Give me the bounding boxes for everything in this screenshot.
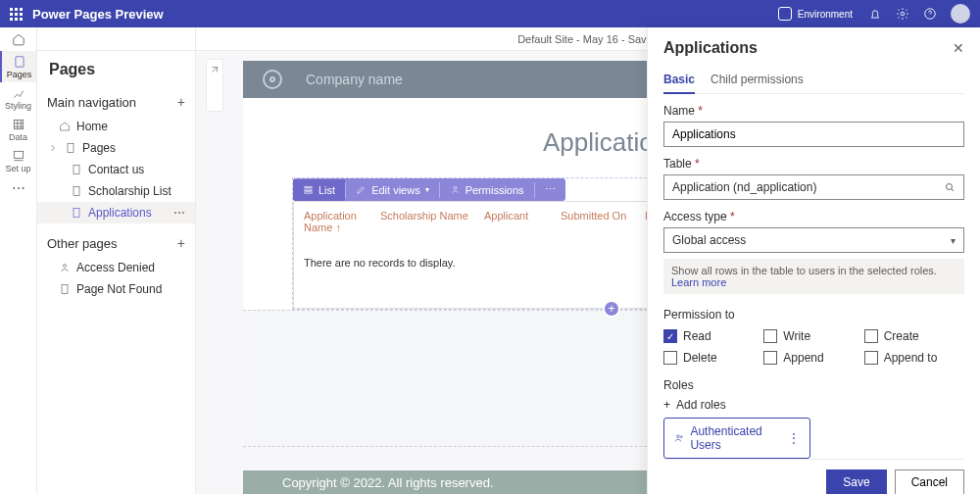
svg-rect-11 <box>305 186 312 187</box>
tree-home[interactable]: Home <box>37 116 195 137</box>
tb-edit-views[interactable]: Edit views▾ <box>346 179 439 201</box>
chevron-down-icon: ▾ <box>951 235 956 246</box>
cancel-button[interactable]: Cancel <box>895 469 964 494</box>
col-app-name[interactable]: Application Name ↑ <box>304 210 365 233</box>
svg-rect-7 <box>74 187 79 196</box>
perm-read[interactable]: ✓Read <box>663 329 763 343</box>
pages-sidebar: Pages Main navigation+ Home Pages Contac… <box>37 27 196 494</box>
col-applicant[interactable]: Applicant <box>484 210 545 233</box>
svg-rect-2 <box>15 56 23 67</box>
permission-to-label: Permission to <box>663 308 964 321</box>
sidebar-title: Pages <box>37 51 195 88</box>
panel-title: Applications <box>663 39 758 57</box>
permission-checks: ✓Read Write Create Delete Append Append … <box>663 329 964 365</box>
top-bar: Power Pages Preview Environment <box>0 0 980 27</box>
tb-list[interactable]: List <box>293 179 345 201</box>
svg-rect-8 <box>74 209 79 218</box>
save-button[interactable]: Save <box>826 469 886 494</box>
col-submitted[interactable]: Submitted On <box>561 210 629 233</box>
site-brand: Company name <box>306 72 403 87</box>
name-label: Name <box>663 104 964 118</box>
tree-contact[interactable]: Contact us <box>37 159 195 180</box>
rail-styling[interactable]: Styling <box>0 82 36 114</box>
tab-basic[interactable]: Basic <box>663 67 695 94</box>
gear-icon[interactable] <box>896 7 909 21</box>
svg-point-14 <box>454 186 457 189</box>
permissions-panel: Applications ✕ Basic Child permissions N… <box>647 27 980 494</box>
help-icon[interactable] <box>923 7 937 21</box>
other-pages-section: Other pages+ <box>37 229 195 257</box>
perm-create[interactable]: Create <box>864 329 964 343</box>
role-more-icon[interactable]: ⋮ <box>788 431 800 445</box>
add-page-icon[interactable]: + <box>177 94 185 110</box>
svg-point-15 <box>947 184 953 190</box>
main-nav-section: Main navigation+ <box>37 88 195 116</box>
add-other-page-icon[interactable]: + <box>177 235 185 251</box>
col-scholarship[interactable]: Scholarship Name <box>380 210 468 233</box>
svg-rect-10 <box>62 285 68 294</box>
more-icon[interactable]: ⋯ <box>173 206 185 220</box>
access-hint: Show all rows in the table to users in t… <box>663 259 964 294</box>
close-icon[interactable]: ✕ <box>953 40 964 56</box>
rail-setup[interactable]: Set up <box>0 145 36 176</box>
avatar[interactable] <box>951 4 970 24</box>
svg-rect-6 <box>74 166 79 174</box>
left-rail: Pages Styling Data Set up ⋯ <box>0 27 37 494</box>
site-logo-icon <box>263 70 282 89</box>
tree-scholarship[interactable]: Scholarship List <box>37 180 195 202</box>
canvas-tools[interactable] <box>206 59 223 112</box>
svg-point-16 <box>677 435 680 438</box>
rail-data[interactable]: Data <box>0 114 36 145</box>
people-icon <box>674 432 684 444</box>
svg-rect-12 <box>305 189 312 190</box>
notifications-icon[interactable] <box>868 7 882 21</box>
svg-rect-5 <box>68 144 74 153</box>
svg-point-17 <box>680 436 682 438</box>
add-roles-button[interactable]: +Add roles <box>663 398 964 412</box>
perm-append-to[interactable]: Append to <box>864 351 964 365</box>
environment-picker[interactable]: Environment <box>778 7 853 21</box>
svg-rect-13 <box>305 192 312 193</box>
table-select[interactable]: Application (nd_application) <box>663 174 964 200</box>
table-label: Table <box>663 157 964 171</box>
svg-point-9 <box>64 265 67 268</box>
tree-access-denied[interactable]: Access Denied <box>37 257 195 278</box>
perm-write[interactable]: Write <box>763 329 863 343</box>
tab-child[interactable]: Child permissions <box>710 67 804 93</box>
chevron-right-icon <box>47 142 59 154</box>
tree-not-found[interactable]: Page Not Found <box>37 278 195 300</box>
learn-more-link[interactable]: Learn more <box>671 276 726 288</box>
app-launcher-icon[interactable] <box>10 8 23 21</box>
access-label: Access type <box>663 210 964 223</box>
tb-more[interactable]: ⋯ <box>535 178 565 201</box>
perm-append[interactable]: Append <box>763 351 863 365</box>
rail-more[interactable]: ⋯ <box>12 180 25 196</box>
tree-applications[interactable]: Applications⋯ <box>37 202 195 223</box>
svg-point-0 <box>901 12 905 16</box>
roles-label: Roles <box>663 378 964 392</box>
add-section-button[interactable]: + <box>603 300 620 318</box>
environment-icon <box>778 7 792 21</box>
role-authenticated[interactable]: Authenticated Users ⋮ <box>663 418 810 459</box>
access-select[interactable]: Global access▾ <box>663 227 964 253</box>
name-input[interactable] <box>663 122 964 147</box>
search-icon <box>944 181 956 193</box>
svg-rect-4 <box>14 151 23 158</box>
tb-permissions[interactable]: Permissions <box>440 179 534 201</box>
product-title: Power Pages Preview <box>32 7 164 22</box>
rail-pages[interactable]: Pages <box>0 51 36 82</box>
list-toolbar: List Edit views▾ Permissions ⋯ <box>293 178 565 201</box>
home-icon[interactable] <box>0 27 36 51</box>
perm-delete[interactable]: Delete <box>663 351 763 365</box>
tree-pages[interactable]: Pages <box>37 137 195 159</box>
svg-rect-3 <box>14 120 23 128</box>
